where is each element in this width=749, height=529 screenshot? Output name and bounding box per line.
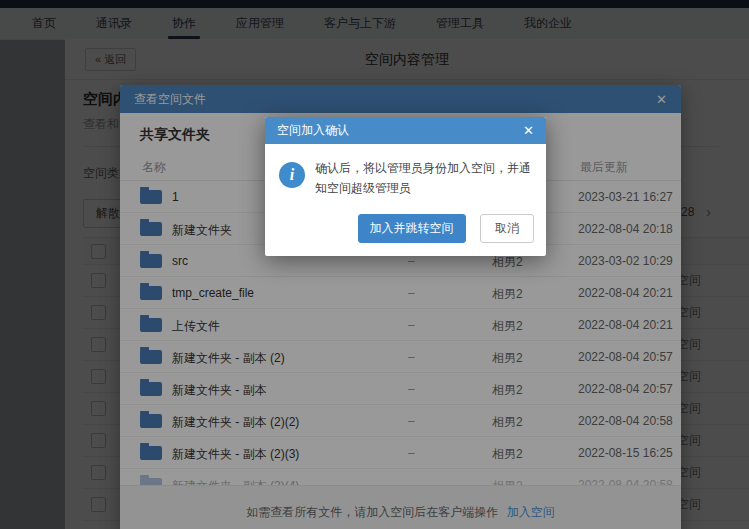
- close-icon[interactable]: ✕: [523, 123, 534, 138]
- dialog-footer: 加入并跳转空间 取消: [265, 205, 546, 256]
- join-and-jump-button[interactable]: 加入并跳转空间: [358, 214, 466, 243]
- info-icon: i: [279, 162, 305, 188]
- dialog-header: 空间加入确认 ✕: [265, 117, 546, 144]
- cancel-button[interactable]: 取消: [480, 214, 534, 243]
- dialog-backdrop: [0, 0, 749, 529]
- dialog-title: 空间加入确认: [277, 122, 523, 139]
- dialog-body: i 确认后，将以管理员身份加入空间，并通知空间超级管理员: [265, 144, 546, 205]
- space-join-confirm-dialog: 空间加入确认 ✕ i 确认后，将以管理员身份加入空间，并通知空间超级管理员 加入…: [265, 117, 546, 256]
- dialog-message: 确认后，将以管理员身份加入空间，并通知空间超级管理员: [315, 159, 533, 199]
